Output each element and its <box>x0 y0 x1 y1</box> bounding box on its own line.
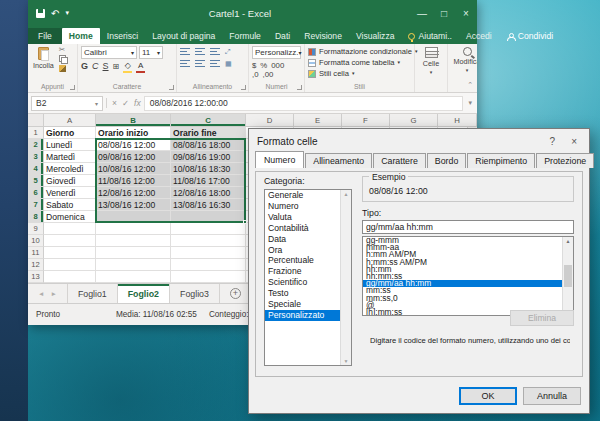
cell-C1[interactable]: Orario fine <box>171 127 246 139</box>
cancel-entry-icon[interactable]: × <box>112 98 117 108</box>
ribbon-tab-visualizza[interactable]: Visualizza <box>349 28 402 44</box>
carattere-dialog-launcher-icon[interactable] <box>169 85 174 90</box>
type-option-h-mm-ss-am-pm[interactable]: h:mm:ss AM/PM <box>363 259 562 266</box>
row-header-12[interactable]: 12 <box>28 259 44 271</box>
row-header-5[interactable]: 5 <box>28 175 44 187</box>
cell-A2[interactable]: Lunedì <box>44 139 96 151</box>
category-item-numero[interactable]: Numero <box>265 201 340 212</box>
cell-A8[interactable]: Domenica <box>44 211 96 223</box>
expand-formula-bar-icon[interactable]: ▾ <box>466 99 474 107</box>
name-box[interactable]: B2 ▾ <box>31 96 103 111</box>
currency-format-button[interactable]: $ <box>252 61 256 70</box>
font-color-button[interactable]: A <box>136 62 145 71</box>
sheet-tab-foglio3[interactable]: Foglio3 <box>170 284 220 303</box>
row-header-2[interactable]: 2 <box>28 139 44 151</box>
delete-button[interactable]: Elimina <box>510 310 574 326</box>
cell-C4[interactable]: 10/08/16 18:30 <box>171 163 246 175</box>
conditional-formatting-button[interactable]: Formattazione condizionale ▾ <box>308 46 411 57</box>
format-painter-icon[interactable] <box>59 65 66 74</box>
cell-C7[interactable]: 13/08/16 16:30 <box>171 199 246 211</box>
percent-format-button[interactable]: % <box>260 61 267 70</box>
font-size-select[interactable]: 11 ▾ <box>139 46 163 59</box>
font-name-select[interactable]: Calibri ▾ <box>81 46 137 59</box>
category-item-personalizzato[interactable]: Personalizzato <box>265 310 340 321</box>
align-middle-icon[interactable] <box>195 48 205 56</box>
increase-decimal-button[interactable]: ,0 <box>252 70 259 79</box>
category-item-data[interactable]: Data <box>265 234 340 245</box>
cell-B11[interactable] <box>96 247 171 259</box>
row-header-4[interactable]: 4 <box>28 163 44 175</box>
column-header-D[interactable]: D <box>246 114 294 127</box>
align-left-icon[interactable] <box>180 60 190 68</box>
category-item-testo[interactable]: Testo <box>265 288 340 299</box>
cell-C5[interactable]: 11/08/16 17:00 <box>171 175 246 187</box>
cell-A6[interactable]: Venerdì <box>44 187 96 199</box>
ribbon-tab-aiutami[interactable]: Aiutami.. <box>401 28 458 44</box>
cell-A5[interactable]: Giovedì <box>44 175 96 187</box>
cell-B5[interactable]: 11/08/16 12:00 <box>96 175 171 187</box>
cell-B3[interactable]: 09/08/16 12:00 <box>96 151 171 163</box>
collapse-ribbon-icon[interactable]: ⌃ <box>467 81 473 89</box>
cell-B6[interactable]: 12/08/16 12:00 <box>96 187 171 199</box>
cell-B10[interactable] <box>96 235 171 247</box>
column-header-A[interactable]: A <box>44 114 96 127</box>
dialog-tab-riempimento[interactable]: Riempimento <box>467 153 535 168</box>
cell-A3[interactable]: Martedì <box>44 151 96 163</box>
maximize-button[interactable]: □ <box>433 6 455 21</box>
type-option-mm-ss-0[interactable]: mm:ss,0 <box>363 295 562 302</box>
cell-C12[interactable] <box>171 259 246 271</box>
cell-B13[interactable] <box>96 271 171 283</box>
scrollbar-thumb[interactable] <box>564 265 572 287</box>
copy-icon[interactable] <box>59 55 66 64</box>
cell-A13[interactable] <box>44 271 96 283</box>
category-item-ora[interactable]: Ora <box>265 245 340 256</box>
ribbon-tab-dati[interactable]: Dati <box>268 28 297 44</box>
fill-color-button[interactable]: ◇ <box>123 62 132 71</box>
type-option-gg-mm-aa-hh-mm[interactable]: gg/mm/aa hh:mm <box>363 280 562 287</box>
ribbon-tab-home[interactable]: Home <box>62 28 100 44</box>
orientation-icon[interactable]: ⤢ <box>225 48 231 56</box>
dialog-tab-carattere[interactable]: Carattere <box>373 153 426 168</box>
align-top-icon[interactable] <box>180 48 190 56</box>
column-header-F[interactable]: F <box>342 114 390 127</box>
enter-entry-icon[interactable]: ✓ <box>122 98 129 108</box>
bold-button[interactable]: G <box>81 61 88 71</box>
row-header-7[interactable]: 7 <box>28 199 44 211</box>
align-bottom-icon[interactable] <box>210 48 220 56</box>
column-header-G[interactable]: G <box>390 114 438 127</box>
column-header-C[interactable]: C <box>171 114 246 127</box>
row-header-1[interactable]: 1 <box>28 127 44 139</box>
cell-C3[interactable]: 09/08/16 19:00 <box>171 151 246 163</box>
allineamento-dialog-launcher-icon[interactable] <box>241 85 246 90</box>
cut-icon[interactable]: ✂ <box>59 46 66 54</box>
cell-A12[interactable] <box>44 259 96 271</box>
numeri-dialog-launcher-icon[interactable] <box>297 85 302 90</box>
type-input[interactable]: gg/mm/aa hh:mm <box>362 220 574 234</box>
cell-A4[interactable]: Mercoledì <box>44 163 96 175</box>
insert-function-icon[interactable]: fx <box>134 98 141 108</box>
underline-button[interactable]: S <box>103 61 109 71</box>
appunti-dialog-launcher-icon[interactable] <box>70 85 75 90</box>
comma-format-button[interactable]: 000 <box>271 61 284 70</box>
row-header-13[interactable]: 13 <box>28 271 44 283</box>
row-header-9[interactable]: 9 <box>28 223 44 235</box>
cell-B4[interactable]: 10/08/16 12:00 <box>96 163 171 175</box>
ribbon-tab-revisione[interactable]: Revisione <box>297 28 349 44</box>
sheet-tab-foglio1[interactable]: Foglio1 <box>67 284 118 303</box>
dialog-tab-protezione[interactable]: Protezione <box>536 153 594 168</box>
close-button[interactable]: × <box>455 6 477 21</box>
cell-B12[interactable] <box>96 259 171 271</box>
align-right-icon[interactable] <box>210 60 220 68</box>
align-center-icon[interactable] <box>195 60 205 68</box>
type-scrollbar[interactable]: ▲ ▼ <box>562 237 573 315</box>
select-all-corner[interactable] <box>28 114 44 127</box>
category-item-percentuale[interactable]: Percentuale <box>265 255 340 266</box>
cell-B9[interactable] <box>96 223 171 235</box>
merge-center-icon[interactable]: ▦ <box>225 60 232 68</box>
ribbon-tab-layout-di-pagina[interactable]: Layout di pagina <box>145 28 222 44</box>
italic-button[interactable]: C <box>92 61 99 71</box>
paste-button[interactable]: Incolla <box>31 46 56 74</box>
ribbon-tab-accedi[interactable]: Accedi <box>459 28 499 44</box>
type-listbox[interactable]: gg-mmmmmm-aah:mm AM/PMh:mm:ss AM/PMhh:mm… <box>362 236 574 316</box>
scroll-up-icon[interactable]: ▲ <box>563 238 573 244</box>
